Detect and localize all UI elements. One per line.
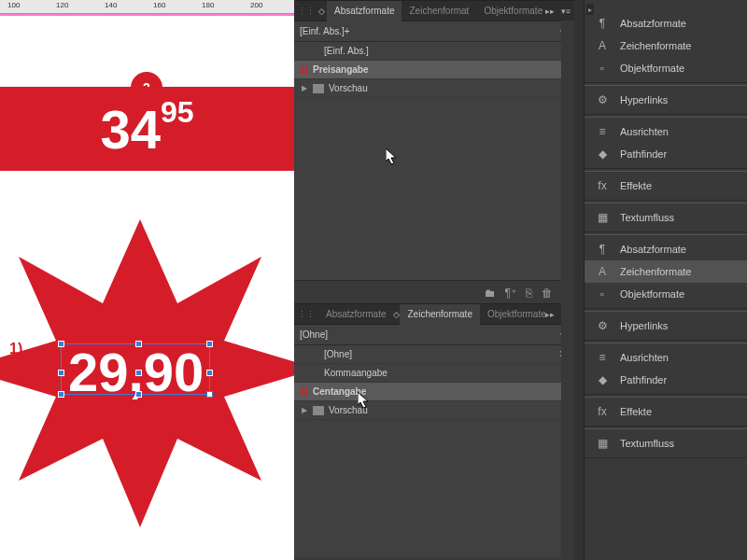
annotation-marker-1: 1) bbox=[9, 341, 22, 357]
tab-objektformate[interactable]: Objektformate bbox=[476, 1, 550, 21]
dock-item-textumfluss[interactable]: ▦Textumfluss bbox=[585, 432, 747, 455]
tab-zeichenformat[interactable]: Zeichenformat bbox=[402, 1, 476, 21]
scrollbar[interactable] bbox=[561, 21, 574, 560]
dock-item-absatzformate[interactable]: ¶Absatzformate bbox=[585, 12, 747, 35]
clear-overrides-icon[interactable]: ¶⁺ bbox=[505, 287, 516, 300]
paragraph-styles-panel: ⋮⋮ ◇ Absatzformate Zeichenformat Objektf… bbox=[294, 0, 574, 303]
dock-item-textumfluss[interactable]: ▦Textumfluss bbox=[585, 206, 747, 229]
list-item-centangabe[interactable]: 3)Centangabe bbox=[294, 383, 574, 401]
dock-icon: A bbox=[594, 264, 611, 279]
dock-item-objektformate[interactable]: ▫Objektformate bbox=[585, 283, 747, 305]
panel-menu-icon[interactable]: ▾≡ bbox=[559, 6, 572, 17]
list-item-preisangabe[interactable]: 2)Preisangabe bbox=[294, 61, 574, 79]
folder-new-icon[interactable]: 🖿 bbox=[485, 287, 496, 300]
ruler-horizontal: 100 120 140 160 180 200 bbox=[0, 0, 294, 14]
paragraph-styles-list: [Einf. Abs.] 2)Preisangabe ▶Vorschau bbox=[294, 42, 574, 98]
dock-icon: ◆ bbox=[594, 147, 611, 161]
panel-header: [Ohne] ✦ bbox=[294, 325, 574, 345]
dock-icon: ≡ bbox=[594, 124, 611, 139]
folder-icon bbox=[313, 406, 324, 415]
dock-icon: ≡ bbox=[594, 350, 611, 365]
dock-item-pathfinder[interactable]: ◆Pathfinder bbox=[585, 143, 747, 165]
dock-item-hyperlinks[interactable]: ⚙Hyperlinks bbox=[585, 89, 747, 111]
dock-item-ausrichten[interactable]: ≡Ausrichten bbox=[585, 346, 747, 369]
dock-item-absatzformate[interactable]: ¶Absatzformate bbox=[585, 238, 747, 260]
dock-icon: fx bbox=[594, 178, 611, 193]
list-item-ohne[interactable]: [Ohne]✕ bbox=[294, 345, 574, 364]
list-item[interactable]: [Einf. Abs.] bbox=[294, 42, 574, 61]
tab-objektformate2[interactable]: Objektformate bbox=[480, 304, 554, 325]
dock-item-effekte[interactable]: fxEffekte bbox=[585, 175, 747, 197]
character-styles-list: [Ohne]✕ Kommaangabe 3)Centangabe ▶Vorsch… bbox=[294, 345, 574, 420]
dock-item-ausrichten[interactable]: ≡Ausrichten bbox=[585, 120, 747, 143]
tab-zeichenformate2[interactable]: Zeichenformate bbox=[400, 304, 479, 325]
dock-item-zeichenformate[interactable]: AZeichenformate bbox=[585, 35, 747, 57]
list-item-kommaangabe[interactable]: Kommaangabe bbox=[294, 364, 574, 383]
grip-icon[interactable]: ⋮⋮ bbox=[294, 7, 318, 16]
dock-icon: ▦ bbox=[594, 436, 611, 451]
dock-icon: fx bbox=[594, 404, 611, 419]
dock-icon: ⚙ bbox=[594, 92, 611, 107]
arrow-icon: ➤ bbox=[28, 348, 44, 371]
new-style-icon[interactable]: ⎘ bbox=[526, 287, 532, 300]
right-dock: ▸ ¶AbsatzformateAZeichenformate▫Objektfo… bbox=[584, 0, 747, 560]
dock-icon: ¶ bbox=[594, 242, 611, 257]
character-styles-panel: ⋮⋮ Absatzformate ◇ Zeichenformate Objekt… bbox=[294, 303, 574, 560]
panels-column: ⋮⋮ ◇ Absatzformate Zeichenformat Objektf… bbox=[294, 0, 574, 560]
dock-icon: ▫ bbox=[594, 61, 611, 76]
folder-icon bbox=[313, 84, 324, 93]
dock-icon: ▫ bbox=[594, 287, 611, 301]
panel-footer: 🖿 ¶⁺ ⎘ 🗑 ◢ bbox=[294, 280, 574, 304]
dock-item-hyperlinks[interactable]: ⚙Hyperlinks bbox=[585, 315, 747, 337]
dock-item-effekte[interactable]: fxEffekte bbox=[585, 400, 747, 423]
dock-icon: ⚙ bbox=[594, 318, 611, 333]
delete-icon[interactable]: 🗑 bbox=[542, 287, 553, 300]
dock-icon: ¶ bbox=[594, 16, 611, 31]
price-banner: 3495 bbox=[0, 87, 294, 171]
grip-icon[interactable]: ⋮⋮ bbox=[294, 310, 318, 319]
selection-box[interactable] bbox=[61, 343, 210, 395]
tab-absatzformate[interactable]: Absatzformate bbox=[327, 1, 402, 21]
list-item-folder[interactable]: ▶Vorschau bbox=[294, 79, 574, 98]
dock-item-zeichenformate[interactable]: AZeichenformate bbox=[585, 260, 747, 283]
collapse-icon[interactable]: ▸▸ bbox=[543, 6, 557, 17]
dock-icon: ◆ bbox=[594, 372, 611, 387]
collapse-icon[interactable]: ▸▸ bbox=[543, 309, 557, 320]
panel-header: [Einf. Abs.]+ ✦ bbox=[294, 21, 574, 42]
dock-icon: ▦ bbox=[594, 210, 611, 225]
dock-expand-icon[interactable]: ▸ bbox=[586, 4, 594, 15]
list-item-folder[interactable]: ▶Vorschau bbox=[294, 401, 574, 420]
dock-icon: A bbox=[594, 38, 611, 53]
tab-absatzformate2[interactable]: Absatzformate bbox=[318, 304, 393, 325]
document-canvas[interactable]: 2 3495 1) ➤ 29,90 bbox=[0, 14, 294, 560]
dock-item-pathfinder[interactable]: ◆Pathfinder bbox=[585, 369, 747, 391]
dock-item-objektformate[interactable]: ▫Objektformate bbox=[585, 57, 747, 79]
